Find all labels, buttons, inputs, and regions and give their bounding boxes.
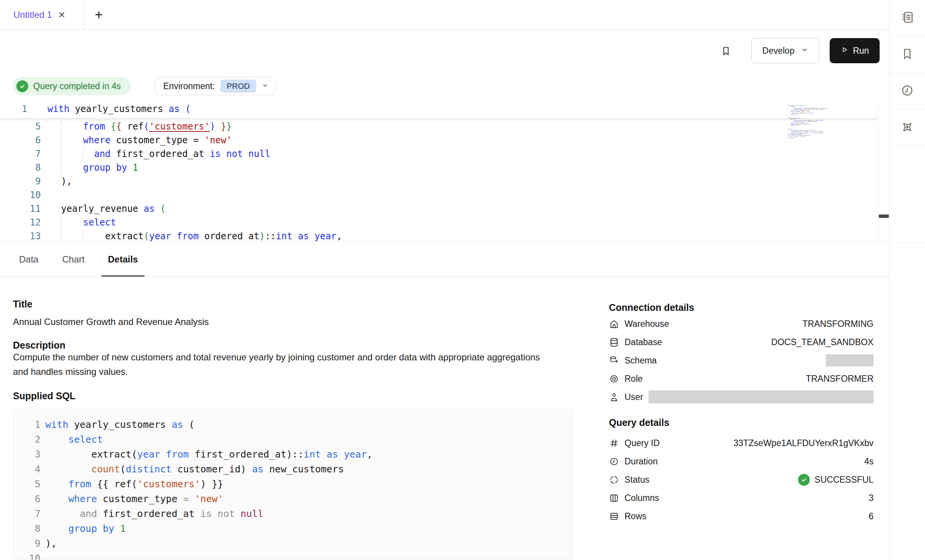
code-text: ),	[45, 536, 57, 551]
database-row: DatabaseDOCS_TEAM_SANDBOX	[609, 333, 874, 351]
line-number: 8	[19, 521, 40, 536]
row-label: Rows	[625, 511, 647, 522]
editor-lines[interactable]: 5 from {{ ref('customers') }}6 where cus…	[0, 120, 878, 241]
database-icon	[609, 337, 619, 347]
play-icon	[840, 46, 848, 56]
row-value-text: 33TZseWpe1ALFDUYerxR1gVKxbv	[734, 438, 874, 448]
tab-untitled-1[interactable]: Untitled 1 ✕	[0, 0, 84, 30]
code-line[interactable]: 2 select	[19, 432, 573, 447]
row-value: 6	[869, 511, 874, 522]
row-label: Status	[625, 475, 649, 485]
code-line[interactable]: 5 from {{ ref('customers') }}	[0, 120, 878, 133]
results-tab-bar: DataChartDetails	[0, 241, 889, 277]
sql-editor[interactable]: 5 from {{ ref('customers') }}6 where cus…	[0, 100, 878, 241]
row-value: 3	[869, 493, 874, 503]
code-line[interactable]: 3 extract(year from first_ordered_at)::i…	[19, 447, 573, 462]
code-line[interactable]: 8 group by 1	[0, 161, 878, 174]
row-value-text: 3	[869, 493, 874, 503]
code-text: and first_ordered_at is not null	[45, 506, 263, 521]
rail-spacer	[890, 146, 925, 243]
row-value: 33TZseWpe1ALFDUYerxR1gVKxbv	[734, 438, 874, 448]
code-line[interactable]: 7 and first_ordered_at is not null	[19, 506, 573, 521]
details-panel: Title Annual Customer Growth and Revenue…	[13, 277, 573, 560]
code-line[interactable]: 1with yearly_customers as (	[0, 100, 191, 118]
code-line[interactable]: 9),	[19, 536, 573, 551]
tab-close-icon[interactable]: ✕	[58, 10, 65, 20]
run-button[interactable]: Run	[830, 38, 880, 63]
tab-title: Untitled 1	[13, 10, 52, 20]
row-label: Duration	[625, 456, 658, 467]
code-line[interactable]: 4 count(distinct customer_id) as new_cus…	[19, 462, 573, 477]
rows-row: Rows6	[609, 507, 874, 525]
row-value-text: TRANSFORMER	[806, 374, 874, 384]
line-number: 11	[0, 202, 41, 216]
code-line[interactable]: 1with yearly_customers as (	[19, 417, 573, 432]
success-check-icon	[16, 80, 28, 92]
tab-chart[interactable]: Chart	[62, 242, 85, 277]
code-text: extract(year from ordered_at)::int as ye…	[61, 229, 342, 241]
line-number: 1	[19, 417, 40, 432]
editor-scrollbar[interactable]	[878, 100, 890, 241]
row-value: TRANSFORMER	[806, 374, 874, 384]
new-tab-button[interactable]: +	[87, 0, 111, 30]
bookmark-rail-button[interactable]	[890, 37, 925, 73]
line-number: 5	[19, 477, 40, 491]
description-value: Compute the number of new customers and …	[13, 350, 554, 379]
bookmark-button[interactable]	[718, 44, 734, 59]
line-number: 2	[19, 432, 40, 447]
editor-sticky-line[interactable]: 1with yearly_customers as (	[0, 100, 878, 119]
row-value: SUCCESSFUL	[798, 474, 874, 486]
code-line[interactable]: 11yearly_revenue as (	[0, 202, 878, 216]
indent-guide	[83, 147, 84, 161]
code-text: count(distinct customer_id) as new_custo…	[45, 462, 344, 477]
code-line[interactable]: 10	[19, 551, 573, 560]
row-label: Schema	[625, 355, 657, 366]
code-line[interactable]: 5 from {{ ref('customers') }}	[19, 477, 573, 491]
chevron-down-icon	[262, 81, 269, 91]
history-icon	[900, 83, 914, 99]
environment-label: Environment:	[163, 81, 215, 91]
editor-minimap[interactable]: with yearly_customers as ( select extrac…	[788, 105, 834, 139]
tab-data[interactable]: Data	[19, 242, 39, 277]
indent-guide	[83, 229, 84, 241]
code-text: group by 1	[45, 521, 126, 536]
spinner-icon	[609, 475, 619, 485]
indent-guide	[61, 161, 61, 174]
columns-row: Columns3	[609, 489, 874, 507]
develop-dropdown[interactable]: Develop	[751, 38, 819, 63]
code-line[interactable]: 13 extract(year from ordered_at)::int as…	[0, 229, 878, 241]
environment-selector[interactable]: Environment: PROD	[154, 77, 277, 95]
code-line[interactable]: 6 where customer_type = 'new'	[0, 133, 878, 147]
duration-row: Duration4s	[609, 452, 874, 470]
clock-icon	[609, 456, 619, 467]
history-rail-button[interactable]	[890, 73, 925, 110]
code-line[interactable]: 7 and first_ordered_at is not null	[0, 147, 878, 161]
code-text: from {{ ref('customers') }}	[45, 477, 223, 491]
redacted-value	[649, 390, 874, 403]
code-line[interactable]: 12 select	[0, 216, 878, 229]
line-number: 13	[0, 229, 41, 241]
query-status-text: Query completed in 4s	[33, 81, 121, 91]
code-line[interactable]: 10	[0, 188, 878, 202]
line-number: 12	[0, 216, 41, 229]
line-number: 6	[19, 491, 40, 506]
editor-scrollbar-thumb[interactable]	[879, 214, 889, 218]
redacted-value	[826, 354, 874, 366]
indent-guide	[61, 216, 61, 229]
query-details-heading: Query details	[609, 417, 669, 428]
house-icon	[609, 319, 619, 329]
code-line[interactable]: 8 group by 1	[19, 521, 573, 536]
notebook-rail-button[interactable]	[890, 0, 925, 37]
compass-rail-button[interactable]	[890, 110, 925, 146]
notebook-icon	[900, 10, 914, 26]
row-label: Database	[625, 337, 662, 347]
code-line[interactable]: 6 where customer_type = 'new'	[19, 491, 573, 506]
tab-details[interactable]: Details	[108, 242, 138, 277]
row-value: DOCS_TEAM_SANDBOX	[771, 337, 874, 347]
supplied-sql-block: 1with yearly_customers as (2 select3 ext…	[13, 409, 573, 560]
role-icon	[609, 374, 619, 384]
compass-icon	[900, 120, 914, 136]
connection-details-heading: Connection details	[609, 302, 694, 313]
code-line[interactable]: 9),	[0, 174, 878, 188]
code-text: yearly_revenue as (	[61, 202, 166, 216]
